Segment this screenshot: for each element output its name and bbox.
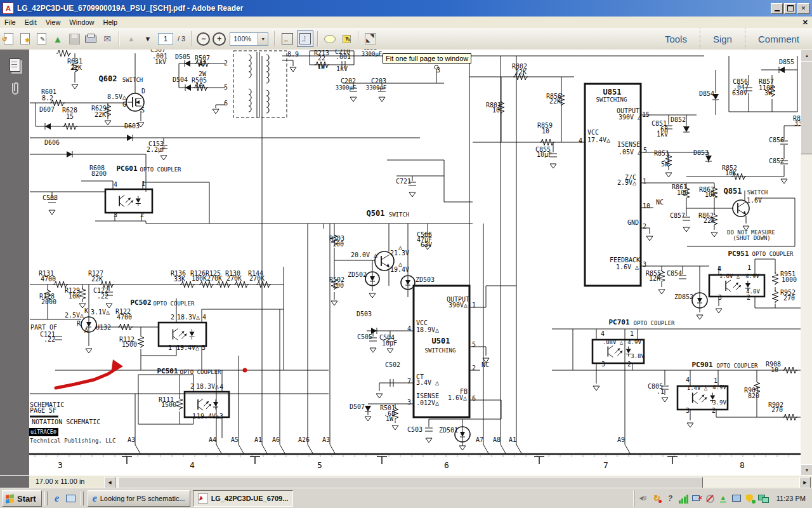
page-thumbnails-icon[interactable] [6, 56, 23, 74]
show-desktop-icon[interactable] [65, 491, 77, 505]
vertical-scroll-thumb[interactable] [801, 61, 812, 154]
fit-width-button[interactable]: ↔ [279, 30, 296, 47]
svg-text:C856: C856 [769, 137, 784, 144]
maximize-button[interactable] [784, 3, 796, 14]
previous-page-button[interactable]: ▲ [124, 31, 139, 46]
svg-text:SWITCH: SWITCH [747, 189, 768, 196]
print-button[interactable] [83, 31, 98, 46]
taskbar-button-label: LG_42PC3D-UE_6709... [211, 495, 289, 502]
svg-text:100: 100 [332, 241, 344, 248]
svg-text:10: 10 [195, 83, 203, 90]
help-icon[interactable] [665, 493, 676, 504]
svg-text:PC601: PC601 [116, 164, 137, 173]
svg-text:100: 100 [332, 282, 344, 289]
svg-text:1.6V △: 1.6V △ [719, 273, 740, 279]
zoom-out-button[interactable]: − [197, 32, 210, 46]
internet-explorer-quicklaunch-icon[interactable]: e [51, 491, 63, 505]
device-blocked-icon[interactable] [705, 493, 716, 504]
svg-text:SWITCH: SWITCH [389, 211, 410, 218]
sticky-note-button[interactable] [322, 31, 337, 46]
security-shield-icon[interactable] [745, 493, 756, 504]
safely-remove-icon[interactable] [718, 493, 729, 504]
network-disconnected-icon[interactable] [691, 493, 702, 504]
document-close-icon[interactable]: ✕ [802, 18, 808, 27]
svg-text:63V: 63V [421, 241, 432, 248]
tools-panel-button[interactable]: Tools [652, 28, 700, 50]
menu-item-help[interactable]: Help [98, 17, 122, 27]
menu-item-edit[interactable]: Edit [20, 17, 41, 27]
close-button[interactable]: ✕ [797, 3, 809, 14]
svg-text:D852: D852 [671, 116, 686, 123]
svg-text:1.6V △: 1.6V △ [616, 264, 639, 271]
svg-text:4: 4 [579, 137, 582, 144]
svg-text:A1: A1 [254, 436, 262, 443]
page-number-input[interactable] [158, 33, 173, 45]
svg-text:5: 5 [317, 460, 322, 470]
svg-text:GND: GND [627, 219, 639, 226]
fullscreen-button[interactable]: ◥◣ [363, 31, 378, 46]
svg-text:A3: A3 [128, 436, 135, 443]
svg-text:1: 1 [643, 178, 646, 185]
comment-panel-button[interactable]: Comment [745, 28, 812, 50]
taskbar: Start e eLooking for PS schematic...LG_4… [0, 488, 812, 508]
scroll-right-icon[interactable]: ▶ [799, 477, 811, 488]
svg-text:S: S [141, 107, 145, 114]
volume-icon[interactable] [638, 493, 649, 504]
svg-text:21.3V: 21.3V [390, 250, 409, 257]
share-upload-button[interactable]: ▲ [50, 31, 65, 46]
fit-page-button[interactable]: ↔↕ [297, 30, 313, 47]
svg-text:1kV: 1kV [336, 65, 348, 72]
svg-text:.22: .22 [44, 336, 55, 343]
open-button[interactable]: ↺ [1, 31, 16, 46]
minimize-button[interactable] [771, 3, 783, 14]
taskbar-button[interactable]: LG_42PC3D-UE_6709... [193, 490, 294, 507]
zoom-in-button[interactable]: + [213, 32, 226, 46]
svg-text:3: 3 [686, 407, 690, 414]
start-button[interactable]: Start [2, 490, 42, 507]
vertical-scrollbar[interactable]: ▲ ▼ [801, 50, 812, 475]
svg-text:3: 3 [718, 294, 722, 301]
svg-text:ISENSE: ISENSE [416, 392, 439, 399]
sign-panel-button[interactable]: Sign [700, 28, 745, 50]
menu-item-view[interactable]: View [41, 17, 65, 27]
menu-item-window[interactable]: Window [65, 17, 98, 27]
signal-strength-icon[interactable] [678, 493, 689, 504]
svg-text:270: 270 [783, 295, 795, 302]
svg-text:2: 2 [643, 223, 646, 230]
svg-text:4.9V: 4.9V [745, 273, 759, 279]
taskbar-button[interactable]: eLooking for PS schematic... [88, 490, 190, 507]
save-button[interactable] [67, 31, 82, 46]
scroll-left-icon[interactable]: ◀ [104, 477, 115, 488]
svg-text:3: 3 [436, 67, 440, 74]
horizontal-scrollbar[interactable]: ▶ [115, 477, 811, 487]
svg-text:C508: C508 [43, 194, 58, 201]
svg-text:.012V△: .012V△ [416, 399, 439, 406]
horizontal-scroll-thumb[interactable] [118, 477, 703, 488]
network-connection-icon[interactable] [758, 493, 769, 504]
email-button[interactable]: ✉ [100, 31, 115, 46]
panel-corner [0, 476, 29, 488]
svg-text:2: 2 [472, 364, 476, 371]
scroll-up-icon[interactable]: ▲ [801, 50, 812, 62]
svg-text:1kV: 1kV [657, 131, 668, 138]
svg-text:A9: A9 [617, 436, 625, 443]
svg-text:A: A [84, 327, 88, 334]
menu-item-file[interactable]: File [0, 17, 20, 27]
zoom-level-select[interactable]: 100% ▼ [230, 32, 268, 46]
svg-text:3: 3 [58, 460, 63, 470]
highlight-text-button[interactable]: T✎ [339, 31, 354, 46]
svg-text:4: 4 [717, 265, 721, 272]
toolbar-separator [191, 31, 192, 46]
svg-text:U851: U851 [603, 88, 622, 97]
svg-text:1.6V△: 1.6V△ [448, 394, 467, 401]
chevron-down-icon[interactable]: ▼ [258, 33, 268, 45]
display-settings-icon[interactable] [731, 493, 742, 504]
svg-text:33K: 33K [174, 276, 185, 283]
create-pdf-button[interactable]: ✱ [17, 31, 32, 46]
svg-text:17.4V△: 17.4V△ [587, 137, 610, 144]
attachments-paperclip-icon[interactable] [6, 80, 23, 98]
sign-page-button[interactable]: ✎ [34, 31, 49, 46]
next-page-button[interactable]: ▼ [140, 31, 155, 46]
windows-update-icon[interactable] [652, 493, 662, 504]
svg-text:D854: D854 [699, 90, 714, 97]
